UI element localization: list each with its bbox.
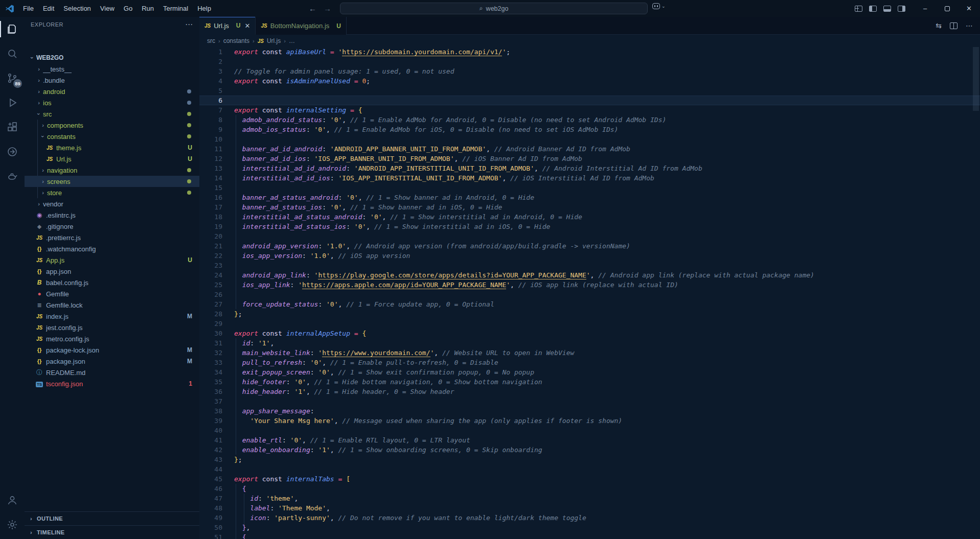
section-outline[interactable]: ›OUTLINE bbox=[25, 511, 199, 525]
search-icon[interactable] bbox=[0, 41, 25, 66]
code-line-43[interactable]: 43}; bbox=[199, 455, 980, 464]
code-line-15[interactable]: 15 bbox=[199, 183, 980, 193]
tree-item-web2go[interactable]: ›WEB2GO bbox=[25, 52, 199, 63]
code-line-49[interactable]: 49 icon: 'partly-sunny', // Do not remov… bbox=[199, 513, 980, 523]
command-center-search[interactable]: ⌕ web2go bbox=[340, 3, 648, 14]
close-tab-icon[interactable]: ✕ bbox=[245, 22, 250, 30]
code-line-31[interactable]: 31 id: '1', bbox=[199, 338, 980, 348]
code-line-46[interactable]: 46 { bbox=[199, 484, 980, 494]
lamp-icon[interactable] bbox=[0, 164, 25, 189]
tree-item-jest-config-js[interactable]: JSjest.config.js bbox=[25, 322, 199, 333]
tree-item--eslintrc-js[interactable]: ◉.eslintrc.js bbox=[25, 209, 199, 221]
code-line-51[interactable]: 51 { bbox=[199, 532, 980, 539]
code-line-29[interactable]: 29 bbox=[199, 319, 980, 329]
code-line-1[interactable]: 1export const apiBaseUrl = 'https://subd… bbox=[199, 47, 980, 57]
code-line-19[interactable]: 19 interstitial_ad_status_ios: '0', // 1… bbox=[199, 222, 980, 231]
code-line-2[interactable]: 2 bbox=[199, 57, 980, 66]
menu-edit[interactable]: Edit bbox=[38, 3, 59, 14]
code-line-37[interactable]: 37 bbox=[199, 396, 980, 406]
forward-arrow-icon[interactable]: → bbox=[324, 4, 331, 13]
back-arrow-icon[interactable]: ← bbox=[309, 4, 316, 13]
extensions-icon[interactable] bbox=[0, 115, 25, 139]
menu-file[interactable]: File bbox=[18, 3, 38, 14]
code-line-5[interactable]: 5 bbox=[199, 86, 980, 96]
menu-terminal[interactable]: Terminal bbox=[158, 3, 193, 14]
tree-item-metro-config-js[interactable]: JSmetro.config.js bbox=[25, 333, 199, 344]
code-line-23[interactable]: 23 bbox=[199, 261, 980, 270]
maximize-button[interactable] bbox=[936, 0, 958, 17]
code-line-12[interactable]: 12 banner_ad_id_ios: 'IOS_APP_BANNER_UNI… bbox=[199, 154, 980, 163]
tree-item-theme-js[interactable]: JStheme.jsU bbox=[25, 142, 199, 153]
code-line-13[interactable]: 13 interstitial_ad_id_android: 'ANDROID_… bbox=[199, 163, 980, 173]
code-line-42[interactable]: 42 enable_onboarding: '1', // 1 = Show o… bbox=[199, 445, 980, 455]
tree-item-android[interactable]: ›android bbox=[25, 86, 199, 97]
code-line-7[interactable]: 7export const internalSetting = { bbox=[199, 105, 980, 115]
tree-item-constants[interactable]: ›constants bbox=[25, 131, 199, 142]
code-line-10[interactable]: 10 bbox=[199, 134, 980, 144]
minimize-button[interactable]: – bbox=[914, 0, 936, 17]
tree-item-app-js[interactable]: JSApp.jsU bbox=[25, 254, 199, 266]
tree-item-src[interactable]: ›src bbox=[25, 108, 199, 120]
code-line-17[interactable]: 17 banner_ad_status_ios: '0', // 1 = Sho… bbox=[199, 202, 980, 212]
code-line-14[interactable]: 14 interstitial_ad_id_ios: 'IOS_APP_INTE… bbox=[199, 173, 980, 183]
code-line-38[interactable]: 38 app_share_message: bbox=[199, 406, 980, 416]
code-line-16[interactable]: 16 banner_ad_status_android: '0', // 1 =… bbox=[199, 193, 980, 202]
code-line-34[interactable]: 34 exit_popup_screen: '0', // 1 = Show e… bbox=[199, 367, 980, 377]
open-changes-icon[interactable]: ⇆ bbox=[936, 21, 942, 30]
code-line-25[interactable]: 25 ios_app_link: 'https://apps.apple.com… bbox=[199, 280, 980, 290]
tree-item-package-lock-json[interactable]: {}package-lock.jsonM bbox=[25, 344, 199, 356]
tab-bottomnavigation-js[interactable]: JSBottomNavigation.jsU bbox=[256, 17, 347, 35]
tree-item--prettierrc-js[interactable]: JS.prettierrc.js bbox=[25, 232, 199, 243]
code-line-21[interactable]: 21 android_app_version: '1.0', // Androi… bbox=[199, 241, 980, 251]
settings-gear-icon[interactable] bbox=[0, 512, 25, 537]
tree-item--tests-[interactable]: ›__tests__ bbox=[25, 63, 199, 75]
tree-item-tsconfig-json[interactable]: TStsconfig.json1 bbox=[25, 378, 199, 389]
tree-item-vendor[interactable]: ›vendor bbox=[25, 198, 199, 209]
tree-item-components[interactable]: ›components bbox=[25, 120, 199, 131]
code-line-24[interactable]: 24 android_app_link: 'https://play.googl… bbox=[199, 270, 980, 280]
menu-run[interactable]: Run bbox=[137, 3, 158, 14]
tree-item--watchmanconfig[interactable]: {}.watchmanconfig bbox=[25, 243, 199, 254]
tree-item-package-json[interactable]: {}package.jsonM bbox=[25, 356, 199, 367]
copilot-button[interactable]: ⌄ bbox=[652, 3, 666, 9]
menu-selection[interactable]: Selection bbox=[59, 3, 95, 14]
menu-view[interactable]: View bbox=[96, 3, 119, 14]
code-line-36[interactable]: 36 hide_header: '1', // 1 = Hide header,… bbox=[199, 387, 980, 396]
toggle-secondary-sidebar-icon[interactable] bbox=[898, 6, 905, 12]
code-line-33[interactable]: 33 pull_to_refresh: '0', // 1 = Enable p… bbox=[199, 358, 980, 367]
explorer-more-actions[interactable]: ⋯ bbox=[185, 20, 193, 29]
code-line-28[interactable]: 28}; bbox=[199, 309, 980, 319]
section-timeline[interactable]: ›TIMELINE bbox=[25, 525, 199, 539]
code-line-3[interactable]: 3// Toggle for admin panel usage: 1 = us… bbox=[199, 66, 980, 76]
code-line-8[interactable]: 8 admob_android_status: '0', // 1 = Enab… bbox=[199, 115, 980, 125]
code-line-27[interactable]: 27 force_update_status: '0', // 1 = Forc… bbox=[199, 299, 980, 309]
toggle-primary-sidebar-icon[interactable] bbox=[869, 6, 877, 12]
code-line-22[interactable]: 22 ios_app_version: '1.0', // iOS app ve… bbox=[199, 251, 980, 261]
tree-item-app-json[interactable]: {}app.json bbox=[25, 266, 199, 277]
tree-item-readme-md[interactable]: ⓘREADME.md bbox=[25, 367, 199, 378]
code-line-11[interactable]: 11 banner_ad_id_android: 'ANDROID_APP_BA… bbox=[199, 144, 980, 154]
code-line-30[interactable]: 30export const internalAppSetup = { bbox=[199, 329, 980, 338]
code-line-47[interactable]: 47 id: 'theme', bbox=[199, 494, 980, 503]
code-line-18[interactable]: 18 interstitial_ad_status_android: '0', … bbox=[199, 212, 980, 222]
code-line-26[interactable]: 26 bbox=[199, 290, 980, 299]
code-line-44[interactable]: 44 bbox=[199, 464, 980, 474]
editor-more-actions-icon[interactable]: ⋯ bbox=[966, 21, 973, 30]
source-control-icon[interactable]: 89 bbox=[0, 66, 25, 90]
remote-icon[interactable] bbox=[0, 139, 25, 164]
account-icon[interactable] bbox=[0, 488, 25, 512]
code-line-45[interactable]: 45export const internalTabs = [ bbox=[199, 474, 980, 484]
code-line-32[interactable]: 32 main_website_link: 'https://www.yourd… bbox=[199, 348, 980, 358]
toggle-panel-icon[interactable] bbox=[883, 6, 891, 12]
customize-layout-icon[interactable] bbox=[855, 6, 862, 12]
explorer-icon[interactable] bbox=[0, 17, 25, 41]
run-debug-icon[interactable] bbox=[0, 90, 25, 115]
code-line-40[interactable]: 40 bbox=[199, 426, 980, 435]
code-line-41[interactable]: 41 enable_rtl: '0', // 1 = Enable RTL la… bbox=[199, 435, 980, 445]
tree-item--bundle[interactable]: ›.bundle bbox=[25, 75, 199, 86]
close-button[interactable]: ✕ bbox=[958, 0, 980, 17]
breadcrumb-item[interactable]: … bbox=[289, 37, 295, 44]
breadcrumb-item[interactable]: constants bbox=[223, 37, 249, 44]
tree-item-screens[interactable]: ›screens bbox=[25, 176, 199, 187]
tree-item-ios[interactable]: ›ios bbox=[25, 97, 199, 108]
